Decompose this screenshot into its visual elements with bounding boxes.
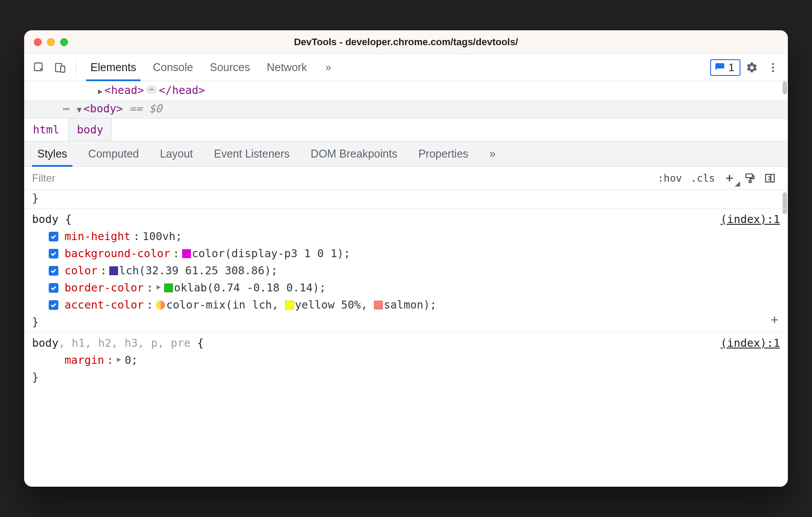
color-swatch[interactable]	[164, 284, 173, 292]
color-swatch[interactable]	[285, 301, 294, 309]
head-open-tag: <head>	[104, 82, 144, 99]
svg-point-3	[772, 63, 774, 65]
body-open-tag: <body>	[83, 101, 123, 117]
collapse-arrow-icon[interactable]: ▼	[77, 104, 82, 115]
svg-point-5	[772, 70, 774, 72]
breadcrumb-body[interactable]: body	[68, 118, 112, 141]
property-name[interactable]: color	[65, 262, 97, 279]
style-rule-body[interactable]: body { (index):1 min-height: 100vh; back…	[24, 209, 788, 333]
color-swatch[interactable]	[182, 249, 191, 258]
dom-scrollbar[interactable]	[783, 81, 787, 94]
rule-close-brace: }	[32, 313, 780, 330]
styles-pane[interactable]: } body { (index):1 min-height: 100vh; ba…	[24, 190, 788, 487]
property-value[interactable]: color(display-p3 1 0 1);	[182, 245, 350, 262]
subtab-computed[interactable]: Computed	[83, 141, 144, 166]
svg-rect-7	[749, 180, 751, 182]
expand-arrow-icon[interactable]: ▶	[98, 85, 103, 97]
declaration[interactable]: background-color: color(display-p3 1 0 1…	[49, 245, 780, 262]
close-window-button[interactable]	[34, 38, 42, 46]
property-name[interactable]: accent-color	[65, 296, 144, 313]
dom-node-body[interactable]: ▼ <body> == $0	[24, 100, 788, 118]
settings-icon[interactable]	[742, 58, 762, 77]
declaration[interactable]: accent-color: color-mix(in lch, yellow 5…	[49, 296, 780, 313]
rule-close-brace: }	[32, 190, 780, 207]
rule-source-link[interactable]: (index):1	[721, 334, 780, 352]
style-rule-shared[interactable]: body, h1, h2, h3, p, pre { (index):1 mar…	[24, 333, 788, 388]
subtab-properties[interactable]: Properties	[413, 141, 474, 166]
color-swatch[interactable]	[109, 266, 118, 275]
subtab-dom-breakpoints[interactable]: DOM Breakpoints	[305, 141, 402, 166]
declaration[interactable]: min-height: 100vh;	[49, 228, 780, 245]
svg-rect-2	[61, 66, 65, 72]
property-value[interactable]: color-mix(in lch, yellow 50%, salmon);	[156, 296, 437, 313]
issues-badge[interactable]: 1	[710, 59, 740, 76]
property-value[interactable]: oklab(0.74 -0.18 0.14);	[164, 279, 326, 296]
svg-point-4	[772, 66, 774, 68]
color-swatch[interactable]	[374, 301, 383, 309]
hov-button[interactable]: :hov	[653, 170, 686, 186]
tab-console[interactable]: Console	[150, 54, 196, 81]
window-title: DevTools - developer.chrome.com/tags/dev…	[24, 36, 788, 48]
property-name[interactable]: min-height	[65, 228, 131, 245]
rule-close-brace: }	[32, 369, 780, 386]
minimize-window-button[interactable]	[47, 38, 55, 46]
breadcrumb-html[interactable]: html	[24, 118, 68, 141]
dom-node-head[interactable]: ▶ <head> ⋯ </head>	[24, 81, 788, 100]
window-controls	[34, 38, 68, 46]
computed-toggle-icon[interactable]	[760, 170, 780, 186]
separator	[76, 61, 76, 75]
head-close-tag: </head>	[159, 82, 205, 99]
tab-elements[interactable]: Elements	[88, 54, 139, 81]
more-subtabs-button[interactable]: »	[484, 147, 501, 160]
svg-rect-6	[746, 174, 752, 178]
property-name[interactable]: background-color	[65, 245, 170, 262]
panel-tabs: Elements Console Sources Network »	[88, 54, 336, 81]
zoom-window-button[interactable]	[60, 38, 68, 46]
styles-toolbar: :hov .cls	[24, 167, 788, 190]
shorthand-expand-icon[interactable]: ▶	[117, 354, 121, 365]
color-mix-swatch[interactable]	[156, 300, 165, 310]
devtools-window: DevTools - developer.chrome.com/tags/dev…	[24, 30, 788, 487]
paint-icon[interactable]	[740, 170, 760, 186]
tab-sources[interactable]: Sources	[207, 54, 253, 81]
property-checkbox[interactable]	[49, 249, 58, 258]
declaration[interactable]: margin:▶ 0;	[49, 352, 780, 369]
device-toggle-icon[interactable]	[50, 58, 70, 77]
property-checkbox[interactable]	[49, 232, 58, 241]
property-name[interactable]: margin	[65, 352, 104, 369]
subtab-event-listeners[interactable]: Event Listeners	[209, 141, 295, 166]
main-toolbar: Elements Console Sources Network » 1	[24, 54, 788, 81]
property-checkbox[interactable]	[49, 283, 58, 293]
titlebar: DevTools - developer.chrome.com/tags/dev…	[24, 30, 788, 54]
shorthand-expand-icon[interactable]: ▶	[157, 282, 161, 293]
subtab-styles[interactable]: Styles	[32, 141, 72, 166]
property-checkbox[interactable]	[49, 266, 58, 276]
rule-selector[interactable]: body, h1, h2, h3, p, pre {	[32, 334, 204, 352]
tab-network[interactable]: Network	[264, 54, 310, 81]
declaration[interactable]: color: lch(32.39 61.25 308.86);	[49, 262, 780, 279]
dom-tree[interactable]: ▶ <head> ⋯ </head> ▼ <body> == $0	[24, 81, 788, 118]
selected-indicator: == $0	[129, 101, 162, 117]
add-declaration-button[interactable]: +	[771, 310, 778, 330]
property-value[interactable]: 100vh;	[143, 228, 182, 245]
declaration[interactable]: border-color:▶ oklab(0.74 -0.18 0.14);	[49, 279, 780, 296]
collapsed-ellipsis[interactable]: ⋯	[146, 85, 157, 94]
styles-filter-input[interactable]	[24, 167, 653, 189]
issues-count: 1	[729, 61, 734, 74]
cls-button[interactable]: .cls	[686, 170, 719, 186]
more-tabs-button[interactable]: »	[321, 61, 335, 74]
property-checkbox[interactable]	[49, 300, 58, 310]
sidebar-tabs: Styles Computed Layout Event Listeners D…	[24, 141, 788, 167]
property-value[interactable]: lch(32.39 61.25 308.86);	[109, 262, 277, 279]
subtab-layout[interactable]: Layout	[154, 141, 198, 166]
kebab-icon[interactable]	[763, 58, 783, 77]
property-name[interactable]: border-color	[65, 279, 144, 296]
style-rule-fragment: }	[24, 190, 788, 209]
rule-source-link[interactable]: (index):1	[721, 211, 780, 228]
rule-selector[interactable]: body {	[32, 211, 72, 228]
inspect-icon[interactable]	[29, 58, 49, 77]
svg-rect-8	[765, 174, 774, 182]
new-style-rule-button[interactable]	[719, 170, 740, 186]
property-value[interactable]: 0;	[125, 352, 138, 369]
breadcrumb: html body	[24, 118, 788, 141]
